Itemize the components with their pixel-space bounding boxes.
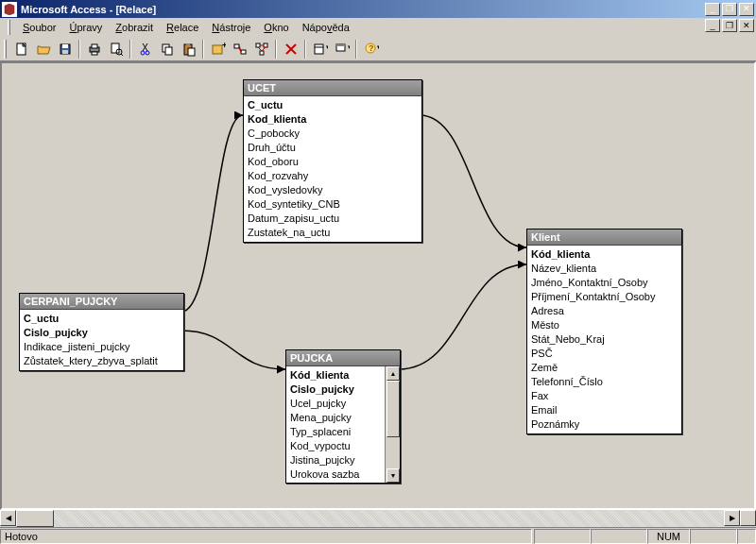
field-item[interactable]: C_pobocky — [248, 127, 418, 141]
menu-relace[interactable]: Relace — [160, 20, 205, 35]
copy-button[interactable] — [156, 39, 178, 60]
scroll-thumb[interactable] — [387, 381, 400, 437]
svg-point-10 — [141, 51, 145, 55]
svg-rect-29 — [336, 44, 345, 46]
close-button[interactable]: ✕ — [739, 3, 754, 16]
field-item[interactable]: Země — [531, 361, 678, 375]
toolbar-grip[interactable] — [4, 40, 7, 59]
window-titlebar: Microsoft Access - [Relace] _ ❐ ✕ — [0, 0, 756, 18]
mdi-restore-button[interactable]: ❐ — [722, 19, 737, 32]
svg-rect-6 — [92, 52, 97, 55]
field-item[interactable]: Kod_klienta — [248, 112, 418, 127]
table-klient-title[interactable]: Klient — [527, 230, 681, 246]
save-button[interactable] — [54, 39, 76, 60]
field-item[interactable]: Fax — [531, 389, 678, 403]
menu-zobrazit[interactable]: Zobrazit — [109, 20, 160, 35]
field-item[interactable]: C_uctu — [24, 312, 180, 326]
hscroll-left-button[interactable]: ◀ — [0, 510, 16, 526]
add-table-button[interactable]: + — [207, 39, 229, 60]
field-item[interactable]: Poznámky — [531, 417, 678, 432]
field-item[interactable]: Datum_zapisu_uctu — [248, 212, 418, 226]
field-item[interactable]: Typ_splaceni — [290, 425, 383, 439]
horizontal-scrollbar[interactable]: ◀ ▶ — [0, 510, 756, 527]
field-item[interactable]: Telefonní_Číslo — [531, 375, 678, 389]
relationship-canvas[interactable]: UCET C_uctuKod_klientaC_pobockyDruh_účtu… — [0, 61, 756, 510]
field-item[interactable]: Adresa — [531, 304, 678, 318]
field-item[interactable]: Cislo_pujcky — [24, 326, 180, 340]
menu-okno[interactable]: Okno — [257, 20, 295, 35]
table-cerpani-body: C_uctuCislo_pujckyIndikace_jisteni_pujck… — [20, 310, 183, 370]
mdi-close-button[interactable]: ✕ — [739, 19, 754, 32]
svg-rect-16 — [188, 48, 195, 56]
table-pujcka-body: Kód_klientaCislo_pujckyUcel_pujckyMena_p… — [286, 366, 400, 483]
show-direct-relations-button[interactable] — [229, 39, 250, 60]
svg-text:▾: ▾ — [377, 43, 379, 50]
field-item[interactable]: Kod_vysledovky — [248, 183, 418, 197]
print-preview-button[interactable] — [105, 39, 127, 60]
field-item[interactable]: Jistina_pujcky — [290, 453, 383, 468]
field-item[interactable]: Název_klienta — [531, 262, 678, 276]
table-klient-body: Kód_klientaNázev_klientaJméno_Kontaktní_… — [527, 246, 681, 434]
field-item[interactable]: Ucel_pujcky — [290, 397, 383, 411]
status-pane-2 — [591, 529, 647, 544]
field-item[interactable]: Zůstatek_ktery_zbyva_splatit — [24, 354, 180, 368]
scroll-down-button[interactable]: ▼ — [387, 468, 400, 483]
field-item[interactable]: Příjmení_Kontaktní_Osoby — [531, 290, 678, 304]
open-button[interactable] — [32, 39, 54, 60]
field-item[interactable]: Stát_Nebo_Kraj — [531, 332, 678, 347]
database-window-button[interactable]: ▾ — [331, 39, 352, 60]
svg-rect-23 — [264, 43, 267, 47]
table-pujcka[interactable]: PUJCKA Kód_klientaCislo_pujckyUcel_pujck… — [285, 349, 401, 484]
field-item[interactable]: Urokova sazba — [290, 468, 383, 482]
minimize-button[interactable]: _ — [705, 3, 720, 16]
field-item[interactable]: PSČ — [531, 347, 678, 361]
table-cerpani[interactable]: CERPANI_PUJCKY C_uctuCislo_pujckyIndikac… — [19, 293, 184, 371]
hscroll-right-button[interactable]: ▶ — [724, 510, 740, 526]
show-all-relations-button[interactable] — [250, 39, 272, 60]
new-object-button[interactable]: ▾ — [309, 39, 331, 60]
table-klient[interactable]: Klient Kód_klientaNázev_klientaJméno_Kon… — [526, 229, 682, 434]
svg-text:▾: ▾ — [348, 43, 350, 50]
field-item[interactable]: Kód_klienta — [290, 368, 383, 382]
statusbar: Hotovo NUM — [0, 527, 756, 544]
field-item[interactable]: Cislo_pujcky — [290, 382, 383, 397]
print-button[interactable] — [83, 39, 105, 60]
status-ready: Hotovo — [0, 529, 532, 544]
field-item[interactable]: Kód_klienta — [531, 247, 678, 262]
clear-layout-button[interactable] — [280, 39, 301, 60]
field-item[interactable]: Druh_účtu — [248, 141, 418, 155]
mdi-minimize-button[interactable]: _ — [705, 19, 720, 32]
field-item[interactable]: Kod_syntetiky_CNB — [248, 197, 418, 212]
menu-soubor[interactable]: Soubor — [16, 20, 62, 35]
help-button[interactable]: ?▾ — [360, 39, 382, 60]
menu-upravy[interactable]: Úpravy — [62, 20, 109, 35]
table-ucet[interactable]: UCET C_uctuKod_klientaC_pobockyDruh_účtu… — [243, 79, 422, 243]
field-item[interactable]: Kod_rozvahy — [248, 169, 418, 183]
new-button[interactable] — [10, 39, 32, 60]
field-item[interactable]: Jméno_Kontaktní_Osoby — [531, 276, 678, 290]
field-item[interactable]: Indikace_jisteni_pujcky — [24, 340, 180, 354]
field-item[interactable]: Kod_vypoctu — [290, 439, 383, 453]
field-item[interactable]: C_uctu — [248, 98, 418, 112]
table-pujcka-title[interactable]: PUJCKA — [286, 350, 400, 366]
scroll-up-button[interactable]: ▲ — [387, 366, 400, 381]
field-item[interactable]: Email — [531, 403, 678, 417]
cut-button[interactable] — [134, 39, 156, 60]
field-item[interactable]: Zustatek_na_uctu — [248, 226, 418, 240]
field-item[interactable]: Město — [531, 318, 678, 332]
menubar-grip[interactable] — [8, 20, 10, 35]
field-item[interactable]: Kod_oboru — [248, 155, 418, 169]
hscroll-thumb[interactable] — [16, 510, 54, 527]
menu-napoveda[interactable]: Nápověda — [296, 20, 356, 35]
hscroll-track[interactable] — [16, 510, 724, 527]
svg-rect-7 — [112, 43, 119, 53]
paste-button[interactable] — [178, 39, 199, 60]
table-pujcka-scrollbar[interactable]: ▲ ▼ — [385, 366, 400, 483]
table-cerpani-title[interactable]: CERPANI_PUJCKY — [20, 294, 183, 310]
menu-nastroje[interactable]: Nástroje — [205, 20, 257, 35]
svg-rect-22 — [256, 43, 260, 47]
table-ucet-title[interactable]: UCET — [244, 80, 421, 96]
field-item[interactable]: Mena_pujcky — [290, 411, 383, 425]
status-num-lock: NUM — [647, 529, 690, 544]
restore-button[interactable]: ❐ — [722, 3, 737, 16]
